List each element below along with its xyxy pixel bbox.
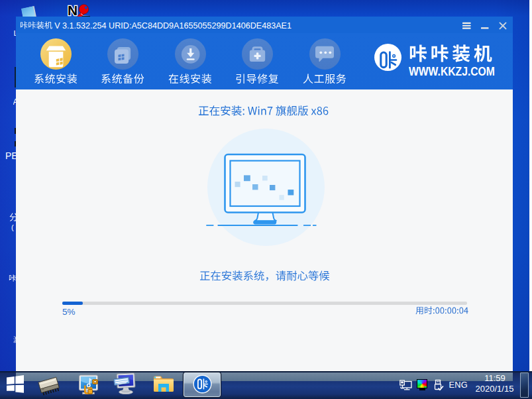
svg-text:N: N (68, 3, 78, 17)
